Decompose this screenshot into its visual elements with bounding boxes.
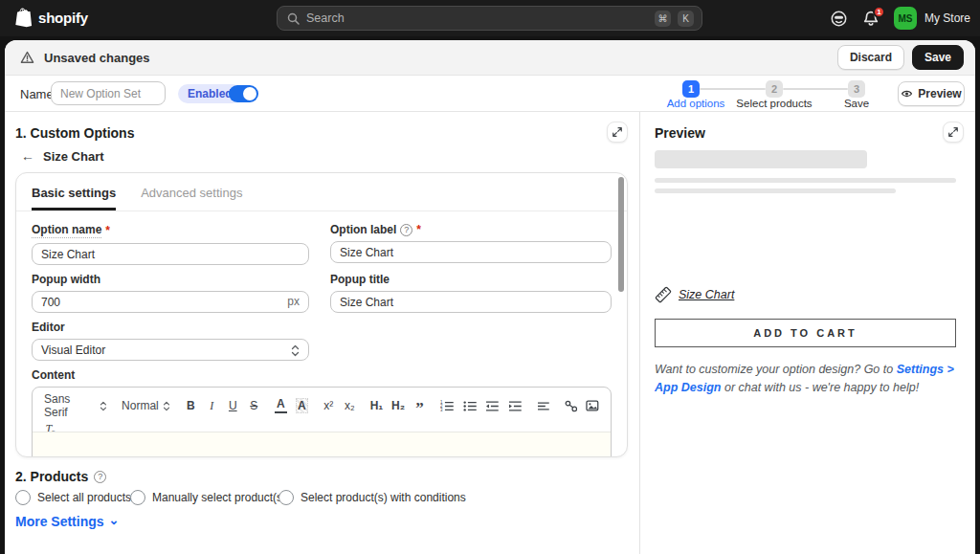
- enabled-toggle[interactable]: [229, 85, 258, 102]
- indent-button[interactable]: [508, 400, 523, 412]
- insert-link-button[interactable]: [565, 400, 578, 412]
- rich-text-editor: Sans Serif Normal B I U S A: [32, 387, 612, 457]
- radio-manually-select-products[interactable]: Manually select product(s): [130, 490, 286, 505]
- text-align-button[interactable]: [537, 401, 550, 411]
- option-label-label: Option label: [330, 223, 396, 236]
- notification-count-badge: 1: [873, 6, 885, 18]
- outdent-button[interactable]: [485, 400, 500, 412]
- card-scrollbar-thumb[interactable]: [618, 177, 624, 292]
- option-name-input[interactable]: [32, 243, 309, 265]
- option-label-field: Option label ? *: [330, 223, 612, 265]
- add-to-cart-button[interactable]: ADD TO CART: [655, 319, 956, 347]
- shopify-bag-icon: [15, 8, 33, 28]
- shopify-logo: shopify: [15, 8, 88, 28]
- italic-button[interactable]: I: [206, 399, 218, 413]
- text-color-button[interactable]: A: [275, 398, 287, 412]
- warning-icon: [20, 51, 34, 64]
- option-set-name-input[interactable]: [51, 81, 166, 105]
- store-avatar[interactable]: MS: [894, 7, 917, 30]
- radio-label: Select all products: [37, 491, 131, 504]
- preview-skeleton-line: [655, 188, 896, 193]
- popup-width-field: Popup width px: [32, 273, 309, 313]
- superscript-button[interactable]: x²: [323, 399, 335, 412]
- content-field: Content Sans Serif Normal B: [32, 368, 612, 457]
- editor-select[interactable]: Visual Editor: [32, 339, 309, 361]
- popup-width-input[interactable]: [32, 291, 309, 313]
- search-icon: [287, 12, 300, 25]
- font-family-select[interactable]: Sans Serif: [44, 392, 107, 419]
- tab-basic-settings[interactable]: Basic settings: [32, 186, 116, 211]
- eye-icon: [901, 88, 913, 100]
- ruler-icon: [655, 286, 672, 303]
- text-style-select[interactable]: Normal: [122, 399, 170, 412]
- radio-circle[interactable]: [278, 490, 294, 505]
- help-icon[interactable]: ?: [400, 224, 412, 236]
- topbar-actions: 1 MS My Store: [830, 0, 970, 36]
- select-chevrons-icon: [291, 344, 300, 357]
- help-text-end: or chat with us - we're happy to help!: [721, 381, 919, 394]
- step-2-chip: 2: [766, 80, 783, 98]
- radio-circle[interactable]: [15, 490, 31, 505]
- bold-button[interactable]: B: [185, 399, 197, 412]
- panel-divider: [639, 112, 640, 554]
- step-3-label: Save: [828, 98, 885, 109]
- popup-width-label: Popup width: [32, 273, 100, 286]
- highlight-color-button[interactable]: A: [296, 398, 308, 413]
- search-input[interactable]: Search ⌘ K: [277, 6, 702, 31]
- editor-toolbar-row-1: Sans Serif Normal B I U S A: [33, 388, 611, 421]
- text-style-value: Normal: [122, 399, 159, 412]
- notifications-button[interactable]: 1: [863, 11, 879, 27]
- editor-select-value: Visual Editor: [41, 343, 105, 357]
- option-label-input[interactable]: [330, 241, 612, 263]
- heading-1-button[interactable]: H₁: [370, 399, 383, 412]
- blockquote-button[interactable]: ”: [413, 398, 426, 413]
- stepper-connector-2: [783, 88, 848, 90]
- popup-title-label: Popup title: [330, 273, 390, 286]
- underline-button[interactable]: U: [227, 399, 239, 412]
- editor-field: Editor Visual Editor: [32, 321, 309, 361]
- popup-title-input[interactable]: [330, 291, 612, 313]
- back-to-options-link[interactable]: ← Size Chart: [21, 148, 104, 164]
- editor-content-area[interactable]: [33, 432, 611, 457]
- option-name-field: Option name *: [32, 223, 309, 265]
- radio-circle[interactable]: [130, 490, 145, 505]
- content-label: Content: [32, 368, 75, 382]
- bullet-list-button[interactable]: [463, 400, 478, 412]
- back-arrow-icon: ←: [21, 148, 34, 164]
- svg-text:3: 3: [440, 407, 443, 411]
- option-name-label: Option name: [32, 223, 101, 238]
- ordered-list-button[interactable]: 123: [440, 400, 455, 412]
- current-option-name: Size Chart: [43, 149, 104, 164]
- radio-select-all-products[interactable]: Select all products: [15, 490, 131, 505]
- help-text-start: Want to customize your option design? Go…: [655, 363, 897, 376]
- discard-button[interactable]: Discard: [837, 45, 904, 70]
- k-keycap: K: [678, 11, 694, 27]
- expand-preview-button[interactable]: [943, 122, 964, 143]
- option-settings-card: Basic settings Advanced settings Option …: [15, 172, 628, 457]
- preview-option-link[interactable]: Size Chart: [679, 288, 734, 301]
- editor-label: Editor: [32, 321, 65, 334]
- tab-advanced-settings[interactable]: Advanced settings: [141, 186, 242, 211]
- products-help-icon[interactable]: ?: [94, 471, 106, 483]
- stepper-connector-1: [700, 88, 766, 90]
- radio-select-products-with-conditions[interactable]: Select product(s) with conditions: [278, 490, 466, 505]
- sidekick-assistant-icon[interactable]: [830, 10, 848, 28]
- heading-2-button[interactable]: H₂: [391, 399, 405, 412]
- px-unit-suffix: px: [287, 295, 300, 308]
- insert-image-button[interactable]: [586, 400, 599, 411]
- save-button[interactable]: Save: [912, 45, 964, 70]
- expand-options-button[interactable]: [607, 122, 628, 143]
- more-settings-label: More Settings: [15, 514, 104, 529]
- chevron-down-icon: ⌄: [109, 513, 120, 527]
- font-family-value: Sans Serif: [44, 392, 96, 419]
- unsaved-changes-message: Unsaved changes: [44, 51, 150, 65]
- more-settings-link[interactable]: More Settings ⌄: [15, 514, 119, 529]
- step-1-label: Add options: [657, 98, 734, 109]
- step-2-label: Select products: [726, 98, 822, 109]
- subscript-button[interactable]: x₂: [344, 399, 356, 412]
- strikethrough-button[interactable]: S: [248, 399, 260, 412]
- basic-settings-form: Option name * Option label ? * Po: [16, 211, 627, 457]
- store-name[interactable]: My Store: [924, 11, 970, 25]
- preview-panel-title: Preview: [655, 125, 705, 141]
- preview-button[interactable]: Preview: [898, 81, 965, 106]
